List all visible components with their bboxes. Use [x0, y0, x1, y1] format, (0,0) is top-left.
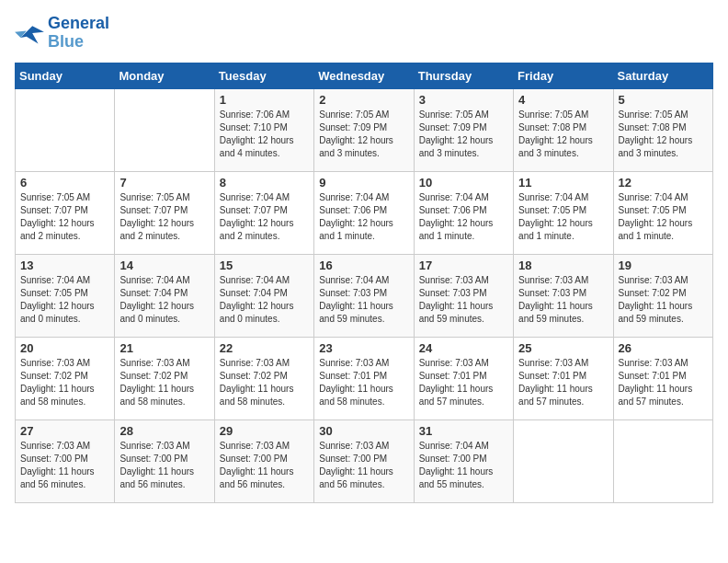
day-info: Sunrise: 7:03 AM Sunset: 7:03 PM Dayligh…	[419, 274, 508, 326]
day-number: 28	[119, 424, 209, 438]
calendar-cell: 5Sunrise: 7:05 AM Sunset: 7:08 PM Daylig…	[613, 88, 712, 171]
day-info: Sunrise: 7:05 AM Sunset: 7:08 PM Dayligh…	[518, 109, 608, 160]
calendar-cell: 2Sunrise: 7:05 AM Sunset: 7:09 PM Daylig…	[314, 88, 414, 171]
calendar-cell: 31Sunrise: 7:04 AM Sunset: 7:00 PM Dayli…	[414, 419, 513, 502]
day-info: Sunrise: 7:05 AM Sunset: 7:07 PM Dayligh…	[20, 191, 109, 243]
logo: General Blue	[15, 15, 109, 52]
logo-icon	[15, 20, 44, 46]
day-info: Sunrise: 7:03 AM Sunset: 7:00 PM Dayligh…	[20, 440, 109, 491]
day-number: 26	[619, 341, 708, 355]
day-number: 13	[20, 259, 109, 272]
page-header: General Blue	[15, 15, 713, 52]
calendar-cell: 6Sunrise: 7:05 AM Sunset: 7:07 PM Daylig…	[16, 171, 115, 254]
day-number: 9	[319, 176, 408, 190]
calendar-cell: 17Sunrise: 7:03 AM Sunset: 7:03 PM Dayli…	[414, 254, 513, 337]
calendar-table: SundayMondayTuesdayWednesdayThursdayFrid…	[15, 63, 713, 503]
day-number: 1	[220, 93, 309, 107]
day-info: Sunrise: 7:05 AM Sunset: 7:09 PM Dayligh…	[319, 109, 408, 160]
day-info: Sunrise: 7:05 AM Sunset: 7:07 PM Dayligh…	[119, 191, 209, 243]
calendar-cell: 19Sunrise: 7:03 AM Sunset: 7:02 PM Dayli…	[613, 254, 712, 337]
day-number: 3	[419, 93, 508, 107]
day-info: Sunrise: 7:05 AM Sunset: 7:08 PM Dayligh…	[619, 109, 708, 160]
day-info: Sunrise: 7:04 AM Sunset: 7:06 PM Dayligh…	[419, 191, 508, 243]
day-info: Sunrise: 7:04 AM Sunset: 7:07 PM Dayligh…	[220, 191, 309, 243]
day-number: 24	[419, 341, 508, 355]
calendar-cell: 12Sunrise: 7:04 AM Sunset: 7:05 PM Dayli…	[613, 171, 712, 254]
day-info: Sunrise: 7:04 AM Sunset: 7:04 PM Dayligh…	[119, 274, 209, 326]
day-info: Sunrise: 7:03 AM Sunset: 7:02 PM Dayligh…	[119, 357, 209, 408]
day-number: 14	[119, 259, 209, 272]
day-info: Sunrise: 7:04 AM Sunset: 7:00 PM Dayligh…	[419, 440, 508, 491]
day-info: Sunrise: 7:03 AM Sunset: 7:00 PM Dayligh…	[119, 440, 209, 491]
day-number: 12	[619, 176, 708, 190]
calendar-cell	[514, 419, 613, 502]
day-number: 23	[319, 341, 408, 355]
calendar-cell: 15Sunrise: 7:04 AM Sunset: 7:04 PM Dayli…	[214, 254, 313, 337]
day-info: Sunrise: 7:03 AM Sunset: 7:00 PM Dayligh…	[319, 440, 408, 491]
day-number: 18	[518, 259, 608, 272]
day-info: Sunrise: 7:03 AM Sunset: 7:02 PM Dayligh…	[220, 357, 309, 408]
calendar-cell	[16, 88, 115, 171]
day-number: 27	[20, 424, 109, 438]
day-info: Sunrise: 7:03 AM Sunset: 7:03 PM Dayligh…	[518, 274, 608, 326]
day-info: Sunrise: 7:03 AM Sunset: 7:01 PM Dayligh…	[518, 357, 608, 408]
svg-marker-0	[20, 26, 43, 43]
calendar-cell: 22Sunrise: 7:03 AM Sunset: 7:02 PM Dayli…	[214, 337, 313, 419]
calendar-cell: 8Sunrise: 7:04 AM Sunset: 7:07 PM Daylig…	[214, 171, 313, 254]
day-info: Sunrise: 7:03 AM Sunset: 7:02 PM Dayligh…	[619, 274, 708, 326]
calendar-cell	[613, 419, 712, 502]
calendar-cell: 1Sunrise: 7:06 AM Sunset: 7:10 PM Daylig…	[214, 88, 313, 171]
week-row-5: 27Sunrise: 7:03 AM Sunset: 7:00 PM Dayli…	[16, 419, 713, 502]
calendar-cell: 29Sunrise: 7:03 AM Sunset: 7:00 PM Dayli…	[214, 419, 313, 502]
day-number: 10	[419, 176, 508, 190]
header-friday: Friday	[514, 63, 613, 88]
calendar-cell: 14Sunrise: 7:04 AM Sunset: 7:04 PM Dayli…	[115, 254, 214, 337]
day-info: Sunrise: 7:04 AM Sunset: 7:06 PM Dayligh…	[319, 191, 408, 243]
calendar-cell: 26Sunrise: 7:03 AM Sunset: 7:01 PM Dayli…	[613, 337, 712, 419]
day-number: 2	[319, 93, 408, 107]
day-number: 29	[220, 424, 309, 438]
header-saturday: Saturday	[613, 63, 712, 88]
calendar-cell: 10Sunrise: 7:04 AM Sunset: 7:06 PM Dayli…	[414, 171, 513, 254]
day-info: Sunrise: 7:03 AM Sunset: 7:01 PM Dayligh…	[619, 357, 708, 408]
day-number: 5	[619, 93, 708, 107]
calendar-cell: 3Sunrise: 7:05 AM Sunset: 7:09 PM Daylig…	[414, 88, 513, 171]
header-row: SundayMondayTuesdayWednesdayThursdayFrid…	[16, 63, 713, 88]
calendar-cell: 27Sunrise: 7:03 AM Sunset: 7:00 PM Dayli…	[16, 419, 115, 502]
week-row-3: 13Sunrise: 7:04 AM Sunset: 7:05 PM Dayli…	[16, 254, 713, 337]
header-thursday: Thursday	[414, 63, 513, 88]
header-wednesday: Wednesday	[314, 63, 414, 88]
calendar-cell: 11Sunrise: 7:04 AM Sunset: 7:05 PM Dayli…	[514, 171, 613, 254]
day-number: 22	[220, 341, 309, 355]
day-info: Sunrise: 7:06 AM Sunset: 7:10 PM Dayligh…	[220, 109, 309, 160]
day-number: 16	[319, 259, 408, 272]
day-info: Sunrise: 7:04 AM Sunset: 7:05 PM Dayligh…	[518, 191, 608, 243]
calendar-cell: 23Sunrise: 7:03 AM Sunset: 7:01 PM Dayli…	[314, 337, 414, 419]
day-info: Sunrise: 7:05 AM Sunset: 7:09 PM Dayligh…	[419, 109, 508, 160]
day-number: 15	[220, 259, 309, 272]
day-number: 20	[20, 341, 109, 355]
calendar-cell: 28Sunrise: 7:03 AM Sunset: 7:00 PM Dayli…	[115, 419, 214, 502]
calendar-cell: 13Sunrise: 7:04 AM Sunset: 7:05 PM Dayli…	[16, 254, 115, 337]
day-number: 25	[518, 341, 608, 355]
day-number: 11	[518, 176, 608, 190]
day-number: 31	[419, 424, 508, 438]
logo-text: General Blue	[48, 15, 109, 52]
day-info: Sunrise: 7:04 AM Sunset: 7:05 PM Dayligh…	[20, 274, 109, 326]
calendar-cell: 16Sunrise: 7:04 AM Sunset: 7:03 PM Dayli…	[314, 254, 414, 337]
day-info: Sunrise: 7:04 AM Sunset: 7:03 PM Dayligh…	[319, 274, 408, 326]
day-number: 30	[319, 424, 408, 438]
day-number: 4	[518, 93, 608, 107]
header-sunday: Sunday	[16, 63, 115, 88]
calendar-cell: 25Sunrise: 7:03 AM Sunset: 7:01 PM Dayli…	[514, 337, 613, 419]
calendar-cell: 9Sunrise: 7:04 AM Sunset: 7:06 PM Daylig…	[314, 171, 414, 254]
day-number: 21	[119, 341, 209, 355]
day-info: Sunrise: 7:03 AM Sunset: 7:01 PM Dayligh…	[319, 357, 408, 408]
day-number: 17	[419, 259, 508, 272]
calendar-cell: 4Sunrise: 7:05 AM Sunset: 7:08 PM Daylig…	[514, 88, 613, 171]
day-info: Sunrise: 7:03 AM Sunset: 7:02 PM Dayligh…	[20, 357, 109, 408]
week-row-2: 6Sunrise: 7:05 AM Sunset: 7:07 PM Daylig…	[16, 171, 713, 254]
day-number: 7	[119, 176, 209, 190]
header-tuesday: Tuesday	[214, 63, 313, 88]
day-number: 6	[20, 176, 109, 190]
